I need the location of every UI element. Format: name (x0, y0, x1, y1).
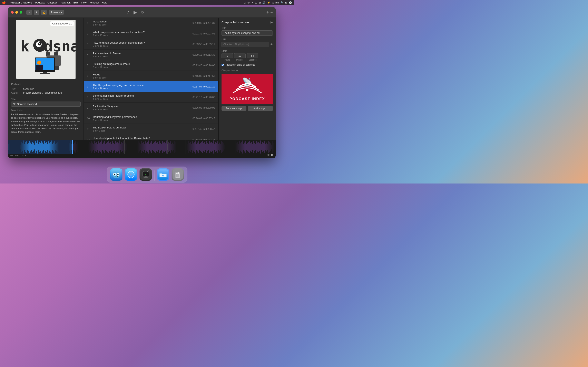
chapter-url-input[interactable] (222, 42, 269, 47)
menubar-control-icon[interactable]: ⊞ (285, 1, 287, 4)
fast-forward-button[interactable]: ↻ (141, 10, 144, 15)
menu-help[interactable]: Help (102, 1, 107, 4)
menu-playback[interactable]: Playback (60, 1, 71, 4)
svg-rect-204 (194, 142, 195, 152)
image-buttons: Remove Image Add Image... (222, 106, 273, 111)
add-image-button[interactable]: Add Image... (248, 106, 273, 111)
chapter-row[interactable]: 1 Introduction 1 min 39 secs 00:00:00 to… (84, 18, 218, 28)
chapter-row[interactable]: 4 Parts involved in Beaker 4 mins 27 sec… (84, 50, 218, 60)
play-button[interactable]: ▶ (134, 10, 137, 15)
dock-finder-icon[interactable] (110, 168, 122, 181)
chapter-row[interactable]: 5 Building on things others create 2 min… (84, 60, 218, 71)
add-chapter-button[interactable]: + (267, 10, 269, 15)
svg-rect-264 (255, 144, 256, 150)
svg-rect-47 (33, 143, 34, 151)
chapter-row[interactable]: 9 Back to the file system 3 mins 54 secs… (84, 103, 218, 113)
svg-rect-28 (14, 144, 14, 150)
presets-button[interactable]: Presets ▾ (49, 10, 64, 15)
seconds-input[interactable] (247, 53, 258, 58)
svg-rect-270 (261, 144, 262, 150)
artwork-placeholder: k dsnack (16, 20, 76, 79)
svg-rect-170 (159, 141, 160, 153)
svg-text:dsnack: dsnack (44, 38, 76, 55)
menubar-dropbox-icon: ⬡ (244, 1, 246, 4)
dock-downloads-icon[interactable] (157, 168, 169, 181)
svg-rect-143 (132, 141, 132, 153)
chapter-row[interactable]: 7 The file system, querying, and perform… (84, 81, 218, 92)
chapter-row[interactable]: 12 How should people think about the Bea… (84, 134, 218, 140)
dock-safari-icon[interactable] (125, 168, 137, 181)
remove-image-button[interactable]: Remove Image (222, 106, 246, 111)
svg-rect-251 (242, 141, 242, 154)
chapter-time: 00:21:10 to 00:26:07 (192, 96, 215, 99)
chapter-image-preview: 📡 PODCAST INDEX (222, 74, 273, 104)
chapter-title-input[interactable] (222, 30, 273, 36)
svg-rect-111 (99, 143, 100, 151)
chapter-details: What is a peer-to-peer browser for hacke… (93, 31, 192, 36)
dock-trash-icon[interactable] (172, 168, 184, 181)
menu-chapter[interactable]: Chapter (48, 1, 57, 4)
chapter-number: 12 (87, 138, 93, 140)
svg-rect-80 (67, 142, 67, 151)
broadcast-button[interactable]: 📻 (41, 10, 47, 15)
dock: $_ (107, 167, 187, 183)
share-button[interactable]: ⬆ (34, 10, 39, 15)
svg-rect-276 (268, 144, 268, 150)
change-artwork-button[interactable]: Change Artwork... (50, 21, 74, 26)
chapter-row[interactable]: 6 Feeds 1 min 53 secs 00:16:00 to 00:17:… (84, 71, 218, 81)
chapter-time: 00:37:45 to 00:38:47 (192, 128, 215, 131)
minimize-button[interactable] (15, 11, 18, 14)
chapter-title: The file system, querying, and performan… (93, 83, 192, 87)
chapter-row[interactable]: 3 How long has Beaker been in developmen… (84, 39, 218, 50)
svg-rect-83 (70, 141, 70, 154)
chapter-duration: 7 mins 42 secs (93, 119, 192, 121)
menu-podcast[interactable]: Podcast (35, 1, 45, 4)
menu-edit[interactable]: Edit (73, 1, 78, 4)
svg-rect-50 (36, 143, 37, 151)
export-button[interactable]: ⬆ (26, 10, 32, 15)
chapter-row[interactable]: 10 Mounting and filesystem performance 7… (84, 113, 218, 124)
chapter-row[interactable]: 11 The Beaker beta is out now! 1 min 2 s… (84, 124, 218, 134)
chapter-row[interactable]: 2 What is a peer-to-peer browser for hac… (84, 28, 218, 39)
chapter-time: 00:38:47 to 00:42:27 (192, 138, 215, 140)
menu-window[interactable]: Window (89, 1, 99, 4)
menu-view[interactable]: View (81, 1, 86, 4)
url-eye-icon[interactable]: 👁 (270, 43, 273, 46)
svg-rect-188 (178, 145, 178, 150)
dock-remotedesktop-icon[interactable]: $_ (140, 168, 152, 181)
hours-input[interactable] (222, 53, 233, 58)
fullscreen-button[interactable] (20, 11, 22, 14)
rewind-button[interactable]: ↺ (126, 10, 130, 15)
svg-rect-30 (16, 143, 16, 151)
chapter-time: 00:26:08 to 00:30:02 (192, 106, 215, 109)
titlebar: ⬆ ⬆ 📻 Presets ▾ ↺ ▶ ↻ + − (8, 7, 276, 18)
minutes-input[interactable] (234, 53, 246, 58)
svg-rect-110 (98, 141, 99, 153)
svg-rect-115 (103, 142, 104, 151)
svg-rect-249 (240, 143, 241, 151)
chapter-start-field: Start Hours Minutes Seconds (222, 50, 273, 61)
svg-rect-96 (84, 145, 84, 150)
waveform-bar[interactable]: // This will be rendered as static SVG (8, 140, 276, 158)
menubar-search-icon[interactable]: 🔍 (281, 1, 284, 4)
svg-rect-157 (146, 143, 147, 151)
svg-rect-131 (120, 141, 120, 154)
close-button[interactable] (11, 11, 14, 14)
svg-rect-213 (203, 143, 204, 151)
svg-rect-253 (244, 142, 245, 151)
apple-menu[interactable]: 🍎 (2, 1, 6, 4)
expand-icon[interactable]: ▶ (270, 21, 273, 24)
svg-rect-232 (223, 142, 223, 152)
episode-title-input[interactable] (11, 101, 81, 107)
svg-rect-123 (111, 144, 112, 150)
remove-chapter-button[interactable]: − (270, 10, 273, 15)
svg-rect-227 (217, 141, 218, 153)
svg-rect-226 (216, 143, 217, 151)
menu-app-name[interactable]: Podcast Chapters (9, 1, 32, 4)
chapter-start-label: Start (222, 50, 273, 52)
seconds-unit: Seconds (247, 53, 258, 61)
svg-rect-61 (47, 144, 48, 150)
toc-checkbox[interactable] (222, 64, 224, 66)
chapter-row[interactable]: 8 Schema definition - a later problem 4 … (84, 92, 218, 103)
svg-text:k: k (20, 38, 29, 55)
